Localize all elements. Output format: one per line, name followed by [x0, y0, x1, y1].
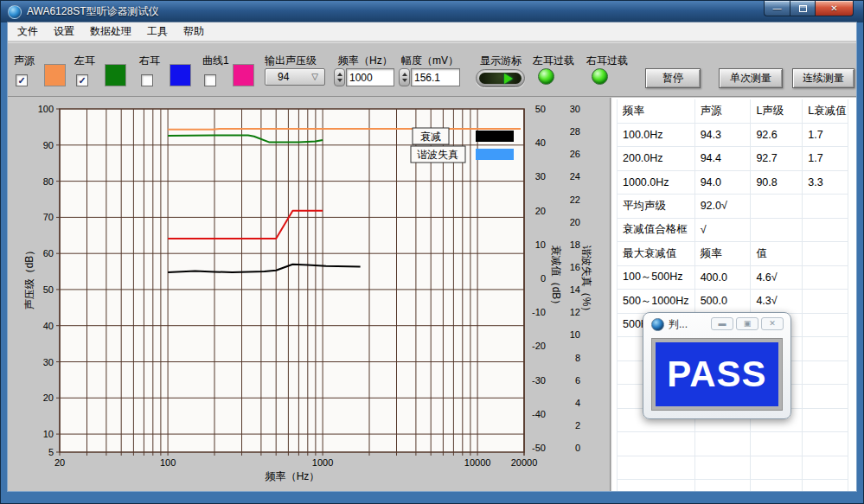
- table-row: 衰减值合格框√: [618, 219, 848, 243]
- minimize-button[interactable]: —: [764, 1, 790, 16]
- frequency-label: 频率（Hz）: [338, 54, 393, 68]
- table-cell: √: [695, 219, 752, 242]
- svg-text:5: 5: [48, 447, 54, 457]
- table-cell: 衰减值合格框: [618, 219, 695, 242]
- column-header: 频率: [618, 99, 695, 123]
- menu-item-5[interactable]: 帮助: [176, 22, 212, 41]
- table-cell: [695, 432, 752, 456]
- channel-checkbox[interactable]: ✓: [76, 74, 88, 86]
- svg-text:10000: 10000: [464, 457, 491, 468]
- channel-checkbox[interactable]: [141, 74, 153, 86]
- app-window: AWA6128ST型听诊器测试仪 — ✕ 文件设置数据处理工具帮助 声源✓左耳✓…: [0, 0, 864, 504]
- menu-item-2[interactable]: 设置: [46, 22, 82, 41]
- table-cell: 500.0: [695, 290, 752, 313]
- svg-text:声压级（dB）: 声压级（dB）: [23, 246, 35, 310]
- svg-text:谐波失真（%）: 谐波失真（%）: [580, 246, 592, 317]
- play-arrow-icon: [504, 73, 513, 84]
- legend-swatch-thd: [476, 149, 514, 160]
- table-cell: [618, 432, 695, 456]
- table-cell: [803, 385, 848, 408]
- table-cell: 值: [751, 242, 803, 265]
- svg-text:-20: -20: [532, 341, 546, 351]
- chart-panel: 衰减谐波失真2010010001000020000100908070605040…: [8, 98, 611, 491]
- table-cell: [803, 290, 848, 313]
- single-measure-button[interactable]: 单次测量: [719, 68, 783, 88]
- pass-window: 判... ▬ ▣ ✕ PASS: [643, 312, 791, 419]
- table-cell: 200.0Hz: [618, 147, 695, 170]
- svg-text:-40: -40: [532, 409, 546, 419]
- svg-text:-30: -30: [532, 375, 546, 386]
- channel-color-swatch: [170, 64, 191, 86]
- svg-text:2: 2: [575, 420, 580, 431]
- table-cell: [803, 314, 848, 337]
- pass-minimize-button[interactable]: ▬: [711, 317, 733, 330]
- svg-text:50: 50: [43, 284, 54, 295]
- svg-text:谐波失真: 谐波失真: [417, 149, 458, 161]
- table-cell: [803, 432, 848, 456]
- table-cell: [751, 456, 803, 480]
- close-button[interactable]: ✕: [816, 1, 854, 16]
- table-cell: 1.7: [803, 124, 848, 147]
- svg-text:衰减: 衰减: [420, 131, 441, 143]
- frequency-stepper[interactable]: [334, 68, 345, 86]
- maximize-icon: [799, 5, 807, 12]
- svg-text:30: 30: [43, 357, 54, 367]
- table-cell: 1000.0Hz: [618, 171, 695, 195]
- menu-item-1[interactable]: 文件: [10, 22, 46, 41]
- svg-text:12: 12: [570, 307, 580, 317]
- channel-checkbox[interactable]: ✓: [16, 74, 28, 86]
- channel-color-swatch: [105, 64, 126, 86]
- menu-item-4[interactable]: 工具: [139, 22, 176, 41]
- close-icon: ✕: [830, 3, 837, 13]
- svg-text:10: 10: [570, 329, 580, 340]
- table-cell: 92.6: [751, 124, 803, 147]
- table-cell: 4.3√: [751, 290, 803, 313]
- table-cell: 400.0: [695, 266, 752, 290]
- results-panel: 频率声源L声级L衰减值100.0Hz94.392.61.7200.0Hz94.4…: [611, 98, 856, 491]
- output-level-dropdown[interactable]: 94 ▽: [265, 68, 325, 86]
- svg-text:50: 50: [535, 104, 546, 114]
- table-cell: [751, 219, 803, 242]
- svg-text:6: 6: [575, 375, 580, 386]
- amplitude-stepper[interactable]: [399, 68, 410, 86]
- channel-group-3: 右耳: [139, 54, 196, 90]
- maximize-button[interactable]: [790, 1, 816, 16]
- left-overload-led: [538, 68, 554, 85]
- channel-color-swatch: [44, 64, 66, 86]
- frequency-input[interactable]: [346, 68, 394, 86]
- table-cell: 3.3: [803, 171, 848, 195]
- column-header: L声级: [751, 99, 803, 123]
- cursor-toggle-label: 显示游标: [480, 54, 522, 68]
- svg-text:0: 0: [541, 273, 546, 284]
- cursor-toggle[interactable]: [476, 69, 525, 87]
- table-row: 最大衰减值频率值: [618, 242, 848, 266]
- table-row: 1000.0Hz94.090.83.3: [618, 171, 848, 195]
- svg-text:衰减值（dB）: 衰减值（dB）: [550, 246, 562, 310]
- minimize-icon: —: [773, 3, 782, 13]
- main-area: 衰减谐波失真2010010001000020000100908070605040…: [8, 98, 856, 491]
- table-cell: [695, 456, 752, 480]
- continuous-measure-button[interactable]: 连续测量: [792, 68, 854, 88]
- menu-bar: 文件设置数据处理工具帮助: [8, 22, 856, 41]
- table-row: [618, 432, 848, 456]
- svg-text:-50: -50: [532, 443, 546, 453]
- table-row: [618, 456, 848, 481]
- table-cell: [803, 242, 848, 265]
- window-title: AWA6128ST型听诊器测试仪: [27, 4, 158, 19]
- svg-text:20000: 20000: [511, 457, 538, 468]
- pass-maximize-button[interactable]: ▣: [736, 317, 758, 330]
- pass-window-titlebar: 判... ▬ ▣ ✕: [643, 313, 790, 335]
- table-header-row: 频率声源L声级L衰减值: [618, 99, 848, 124]
- amplitude-input[interactable]: [411, 68, 460, 86]
- table-cell: [618, 456, 695, 480]
- svg-text:20: 20: [54, 457, 65, 468]
- svg-text:90: 90: [43, 140, 54, 150]
- pass-close-button[interactable]: ✕: [761, 317, 784, 330]
- pause-button[interactable]: 暂停: [645, 68, 701, 88]
- svg-text:8: 8: [575, 353, 580, 363]
- svg-text:40: 40: [535, 137, 546, 148]
- pass-result-text: PASS: [667, 354, 766, 395]
- table-cell: [803, 219, 848, 242]
- menu-item-3[interactable]: 数据处理: [82, 22, 139, 41]
- channel-checkbox[interactable]: [204, 74, 216, 86]
